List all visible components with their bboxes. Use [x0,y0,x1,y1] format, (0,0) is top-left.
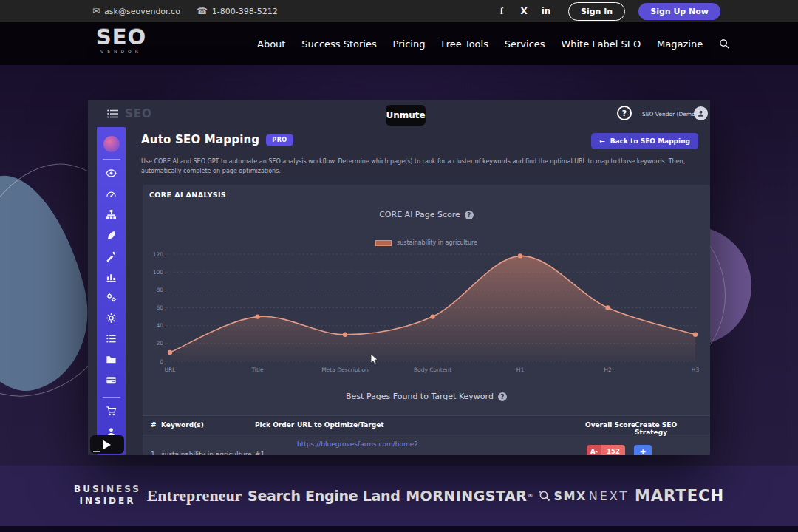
dashboard-topbar: SEO Unmute ? SEO Vendor (Demo) ▾ [88,100,710,127]
bar-chart-icon[interactable] [97,266,126,287]
table-title: Best Pages Found to Target Keyword [346,392,494,401]
score-value: 152 [601,445,625,455]
pro-badge: PRO [266,134,293,146]
svg-text:Body Content: Body Content [414,366,451,373]
svg-text:100: 100 [153,269,164,276]
gauge-icon[interactable] [97,183,126,204]
table-help-icon[interactable]: ? [498,392,507,401]
x-twitter-icon[interactable]: X [518,6,530,16]
col-create-strategy: Create SEO Strategy [635,421,710,436]
nav-item-about[interactable]: About [257,38,285,50]
avatar[interactable] [694,106,708,120]
nav-item-white-label-seo[interactable]: White Label SEO [561,38,641,50]
play-icon [103,440,111,449]
demo-video-frame[interactable]: SEO Unmute ? SEO Vendor (Demo) ▾ [88,100,710,455]
sign-up-button[interactable]: Sign Up Now [638,3,720,20]
col-url: URL to Optimize/Target [297,421,384,429]
facebook-icon[interactable]: f [496,6,508,17]
nav-menu: About Success Stories Pricing Free Tools… [257,22,730,65]
video-play-button[interactable] [90,435,124,454]
back-button-label: Back to SEO Mapping [610,137,690,145]
search-engine-land-logo: Search Engine Land [248,488,400,504]
chart-title: CORE AI Page Score [379,210,460,219]
legend-swatch [375,240,392,246]
search-icon[interactable] [719,38,730,50]
nav-item-success-stories[interactable]: Success Stories [301,38,377,50]
phone-icon: ☎ [197,6,208,16]
page-description: Use CORE AI and SEO GPT to automate an S… [141,157,694,176]
linkedin-icon[interactable]: in [540,6,552,16]
seo-vendor-logo[interactable]: SEO VENDOR [92,27,150,54]
business-insider-line2: INSIDER [79,496,135,508]
checklist-icon[interactable] [97,328,126,349]
folder-icon[interactable] [97,349,126,369]
chart-help-icon[interactable]: ? [465,211,474,219]
svg-text:H2: H2 [604,366,612,373]
score-grade: A- [587,445,601,455]
overall-score-badge: A- 152 [587,445,625,455]
press-logos-bar: BUSINESS INSIDER Entrepreneur Search Eng… [0,466,798,526]
tool-icon[interactable] [97,245,126,266]
row-keyword: sustainability in agriculture [161,451,252,455]
logo-main: SEO [92,27,150,48]
smx-next-logo: SMXNEXT [539,489,629,503]
svg-text:Meta Description: Meta Description [321,366,369,373]
nav-item-pricing[interactable]: Pricing [393,38,426,50]
unmute-button[interactable]: Unmute [386,105,426,126]
email-icon: ✉ [92,6,100,16]
morningstar-logo: MORNINGSTAR® [406,488,533,504]
phone-text: 1-800-398-5212 [212,7,278,16]
row-number: 1 [151,451,155,455]
nav-item-free-tools[interactable]: Free Tools [441,38,488,50]
table-row: https://bluegrovesfarms.com/home2 1 sust… [143,434,710,455]
phone-link[interactable]: ☎ 1-800-398-5212 [197,6,278,16]
col-pick-order: Pick Order [255,421,294,429]
email-link[interactable]: ✉ ask@seovendor.co [92,6,180,16]
back-to-seo-mapping-button[interactable]: ← Back to SEO Mapping [591,133,698,149]
nav-item-magazine[interactable]: Magazine [657,38,703,50]
registered-mark: ® [528,493,533,499]
user-icon [697,109,705,117]
cart-icon[interactable] [97,400,126,421]
nav-item-services[interactable]: Services [505,38,545,50]
gear-icon[interactable] [97,307,126,328]
col-overall-score: Overall Score [585,421,635,429]
account-name[interactable]: SEO Vendor (Demo) [642,111,698,117]
create-strategy-button[interactable]: + [634,445,652,455]
sitemap-icon[interactable] [97,204,126,225]
menu-toggle-icon[interactable] [107,109,119,118]
business-insider-line1: BUSINESS [74,484,141,496]
eye-icon[interactable] [97,163,126,183]
magnifier-icon [539,490,551,502]
line-chart: 020406080100120URLTitleMeta DescriptionB… [147,248,703,381]
target-url-link[interactable]: https://bluegrovesfarms.com/home2 [297,440,418,448]
sign-in-button[interactable]: Sign In [568,2,625,21]
page-title: Auto SEO Mapping [141,133,259,146]
dashboard-sidebar [97,127,126,455]
logo-sub: VENDOR [92,49,150,54]
app-orb-logo[interactable] [103,136,120,152]
svg-text:Title: Title [250,366,263,373]
gears-icon[interactable] [97,287,126,307]
utility-bar: ✉ ask@seovendor.co ☎ 1-800-398-5212 f X … [0,0,798,22]
svg-text:20: 20 [156,340,163,347]
sidebar-divider [103,397,120,398]
morningstar-text: MORNINGSTAR [406,488,527,504]
core-ai-analysis-panel: CORE AI ANALYSIS CORE AI Page Score ? su… [143,185,710,455]
panel-title: CORE AI ANALYSIS [149,191,226,199]
back-arrow-icon: ← [599,137,605,145]
help-icon[interactable]: ? [617,106,632,120]
svg-text:0: 0 [160,358,163,365]
wallet-icon[interactable] [97,369,126,390]
svg-text:120: 120 [153,251,164,258]
mouse-cursor [370,353,379,365]
next-text: NEXT [589,489,630,503]
svg-text:H1: H1 [516,366,525,373]
svg-text:H3: H3 [692,366,700,373]
page: ✉ ask@seovendor.co ☎ 1-800-398-5212 f X … [0,0,798,532]
email-text: ask@seovendor.co [104,7,180,16]
feather-icon[interactable] [97,225,126,245]
col-keywords: Keyword(s) [161,421,204,429]
svg-text:80: 80 [156,287,163,293]
table-header-row: # Keyword(s) Pick Order URL to Optimize/… [143,415,710,434]
